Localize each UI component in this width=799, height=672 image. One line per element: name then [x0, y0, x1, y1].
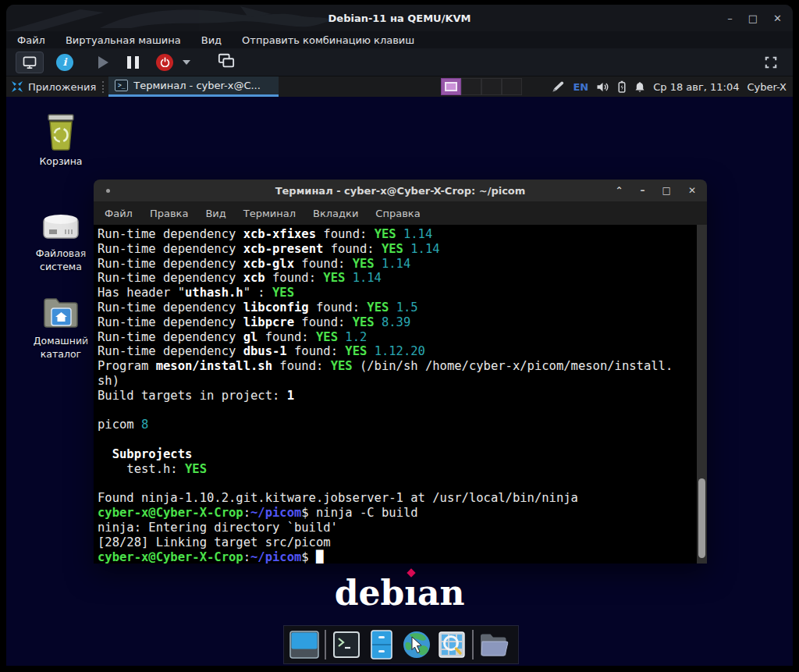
- terminal-window: Терминал - cyber-x@Cyber-X-Crop: ~/picom…: [94, 180, 707, 564]
- terminal-menu-help[interactable]: Справка: [375, 208, 420, 219]
- xfce-panel: Приложения >_ Терминал - cyber-x@C... EN: [6, 76, 793, 97]
- terminal-window-icon: [106, 189, 110, 193]
- desktop-icon-label: Корзина: [39, 155, 82, 169]
- screen: Debian-11 на QEMU/KVM – □ ✕ Файл Виртуал…: [0, 0, 799, 672]
- keyboard-layout-indicator[interactable]: EN: [573, 81, 588, 93]
- desktop-icon-trash[interactable]: Корзина: [23, 112, 98, 169]
- terminal-menu-file[interactable]: Файл: [105, 208, 133, 219]
- vm-menu-file[interactable]: Файл: [17, 34, 45, 46]
- terminal-menu-view[interactable]: Вид: [205, 208, 225, 219]
- taskbar-terminal-button[interactable]: >_ Терминал - cyber-x@C...: [108, 76, 279, 97]
- terminal-minimize-button[interactable]: –: [641, 186, 645, 195]
- vm-window-title: Debian-11 на QEMU/KVM: [328, 12, 471, 24]
- desktop-icon-home[interactable]: Домашний каталог: [23, 295, 98, 361]
- workspace-switcher: [441, 78, 522, 95]
- workspace-3[interactable]: [481, 78, 502, 95]
- vm-close-button[interactable]: ✕: [773, 13, 782, 23]
- dragon-decoration-icon: [6, 5, 357, 31]
- terminal-scrollbar[interactable]: [697, 225, 707, 564]
- applications-menu-icon: [11, 80, 23, 93]
- debian-logo: debıan: [6, 573, 793, 613]
- terminal-titlebar[interactable]: Терминал - cyber-x@Cyber-X-Crop: ~/picom…: [94, 180, 707, 201]
- terminal-menu-edit[interactable]: Правка: [150, 208, 188, 219]
- applications-menu-label: Приложения: [28, 81, 96, 93]
- virt-manager-window: Debian-11 на QEMU/KVM – □ ✕ Файл Виртуал…: [6, 5, 793, 666]
- battery-icon[interactable]: [617, 80, 627, 93]
- vm-maximize-button[interactable]: □: [748, 13, 758, 23]
- dock-file-manager-button[interactable]: [367, 630, 396, 660]
- terminal-menu-terminal[interactable]: Терминал: [243, 208, 296, 219]
- desktop: Корзина Файловая система Домашний катало…: [6, 97, 793, 666]
- app-finder-icon: [438, 631, 466, 659]
- workspace-4[interactable]: [502, 78, 522, 95]
- file-cabinet-icon: [370, 630, 393, 660]
- terminal-title: Терминал - cyber-x@Cyber-X-Crop: ~/picom: [275, 185, 526, 197]
- desktop-icon-label: Домашний каталог: [23, 335, 98, 361]
- vm-menu-send-key[interactable]: Отправить комбинацию клавиш: [242, 34, 414, 46]
- pencil-tool-icon[interactable]: [552, 81, 565, 93]
- vm-titlebar[interactable]: Debian-11 на QEMU/KVM – □ ✕: [6, 5, 793, 31]
- displays-icon: [217, 52, 236, 69]
- terminal-maximize-button[interactable]: □: [662, 186, 671, 195]
- dock-separator: [472, 630, 474, 660]
- folder-icon: [479, 631, 509, 658]
- dock-terminal-button[interactable]: [332, 630, 361, 660]
- dock-app-finder-button[interactable]: [437, 630, 467, 660]
- vm-menubar: Файл Виртуальная машина Вид Отправить ко…: [6, 31, 793, 48]
- terminal-menu-tabs[interactable]: Вкладки: [313, 208, 358, 219]
- shutdown-button[interactable]: [156, 54, 173, 71]
- fullscreen-icon[interactable]: [765, 56, 777, 69]
- shutdown-menu-caret[interactable]: [183, 60, 190, 65]
- trash-icon: [42, 112, 80, 151]
- vm-details-button[interactable]: i: [56, 54, 73, 71]
- workspace-1[interactable]: [441, 78, 461, 95]
- dock: [283, 625, 519, 664]
- vm-window-controls: – □ ✕: [727, 5, 782, 31]
- run-button[interactable]: [98, 56, 108, 69]
- terminal-rollup-button[interactable]: ⌃: [616, 186, 623, 195]
- desktop-icon-filesystem[interactable]: Файловая система: [23, 208, 98, 274]
- web-browser-globe-icon: [402, 630, 431, 660]
- notification-bell-icon[interactable]: [634, 81, 645, 93]
- vm-menu-view[interactable]: Вид: [201, 34, 222, 46]
- user-indicator[interactable]: Cyber-X: [748, 81, 787, 93]
- vm-menu-virtual-machine[interactable]: Виртуальная машина: [66, 34, 181, 46]
- taskbar-terminal-label: Терминал - cyber-x@C...: [133, 80, 261, 91]
- power-icon: [160, 57, 170, 67]
- applications-menu-button[interactable]: Приложения: [6, 76, 101, 97]
- dock-web-browser-button[interactable]: [402, 630, 431, 660]
- panel-grip: [102, 81, 104, 93]
- terminal-content[interactable]: Run-time dependency xcb-xfixes found: YE…: [94, 225, 707, 564]
- home-folder-icon: [41, 295, 80, 331]
- console-view-button[interactable]: [16, 52, 44, 73]
- clock[interactable]: Ср 18 авг, 11:04: [653, 81, 739, 93]
- terminal-scrollbar-thumb[interactable]: [698, 478, 705, 558]
- terminal-icon: [332, 631, 360, 659]
- show-desktop-icon: [289, 631, 319, 659]
- terminal-window-controls: ⌃ – □ ✕: [616, 180, 696, 201]
- workspace-window-preview: [445, 82, 457, 91]
- volume-icon[interactable]: [596, 81, 609, 93]
- workspace-2[interactable]: [461, 78, 481, 95]
- terminal-icon: >_: [115, 80, 128, 91]
- vm-toolbar: i: [6, 48, 793, 76]
- monitor-icon: [22, 55, 37, 70]
- dock-separator: [325, 630, 326, 660]
- desktop-icon-label: Файловая система: [23, 247, 98, 274]
- dock-folder-button[interactable]: [479, 630, 509, 660]
- terminal-close-button[interactable]: ✕: [688, 186, 696, 195]
- terminal-menubar: Файл Правка Вид Терминал Вкладки Справка: [94, 201, 707, 225]
- dock-show-desktop-button[interactable]: [289, 630, 319, 660]
- virtual-displays-button[interactable]: [217, 52, 236, 73]
- terminal-lines: Run-time dependency xcb-xfixes found: YE…: [94, 225, 707, 564]
- pause-button[interactable]: [127, 56, 139, 69]
- vm-minimize-button[interactable]: –: [727, 13, 733, 23]
- system-tray: EN Ср 18 авг, 11:04 Cyber-X: [552, 76, 787, 97]
- hard-drive-icon: [41, 208, 80, 244]
